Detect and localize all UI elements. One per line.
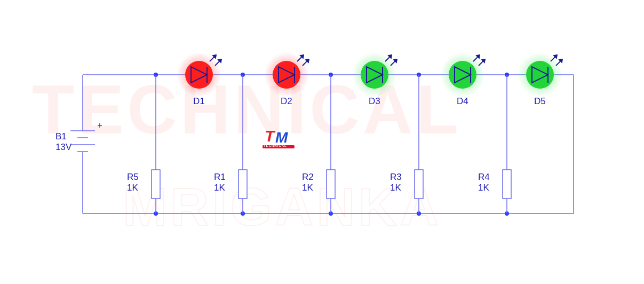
svg-point-69 [526, 61, 554, 89]
r2-ref: R2 [302, 172, 314, 183]
brand-logo: T M TECHNICAL [263, 129, 295, 151]
led-d1 [177, 52, 221, 97]
svg-point-53 [361, 61, 388, 89]
svg-point-45 [273, 61, 300, 89]
svg-point-37 [185, 61, 213, 89]
battery-value: 13V [55, 142, 71, 153]
r5-val: 1K [127, 183, 138, 193]
d5-label: D5 [534, 96, 546, 107]
svg-rect-33 [327, 170, 335, 199]
battery-ref: B1 [55, 131, 67, 142]
d2-label: D2 [281, 96, 292, 107]
r3-ref: R3 [390, 172, 402, 183]
schematic-canvas: { "colors":{ "wire":"#6c6cf0", "label":"… [0, 0, 644, 284]
r4-ref: R4 [478, 172, 490, 183]
schematic-svg [0, 0, 644, 284]
r1-ref: R1 [214, 172, 226, 183]
led-d3 [352, 52, 397, 97]
svg-point-61 [449, 61, 476, 89]
r1-val: 1K [214, 183, 225, 193]
battery-plus: + [97, 120, 102, 131]
logo-sub: TECHNICAL [264, 144, 287, 147]
r2-val: 1K [302, 183, 313, 193]
svg-rect-32 [238, 170, 247, 199]
led-d4 [440, 52, 485, 97]
svg-rect-35 [503, 170, 511, 199]
d3-label: D3 [369, 96, 380, 107]
r4-val: 1K [478, 183, 489, 193]
battery-symbol [70, 120, 95, 155]
svg-rect-34 [415, 170, 423, 199]
led-d2 [264, 52, 309, 97]
r3-val: 1K [390, 183, 401, 193]
logo-t: T [265, 127, 274, 145]
d1-label: D1 [193, 96, 205, 107]
led-d5 [518, 52, 562, 97]
r5-ref: R5 [127, 172, 139, 183]
svg-rect-31 [152, 170, 160, 199]
d4-label: D4 [457, 96, 468, 107]
